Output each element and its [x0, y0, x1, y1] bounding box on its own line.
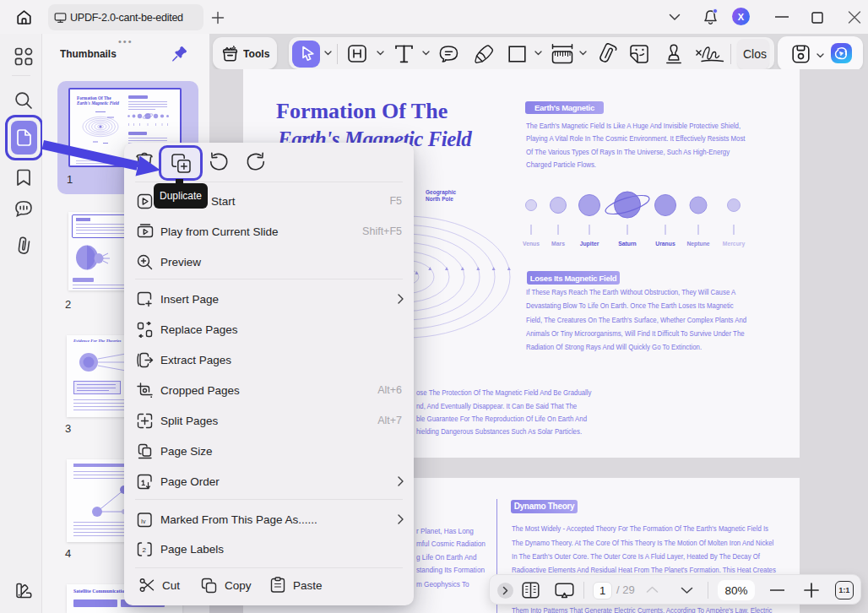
- svg-text:Jupiter: Jupiter: [580, 241, 599, 247]
- svg-text:Saturn: Saturn: [618, 241, 637, 247]
- svg-text:Venus: Venus: [523, 241, 540, 247]
- svg-text:Iv: Iv: [141, 518, 146, 524]
- svg-text:Mars: Mars: [551, 241, 565, 247]
- svg-text:Uranus: Uranus: [655, 241, 675, 247]
- svg-text:Mercury: Mercury: [723, 241, 746, 247]
- svg-text:2: 2: [143, 546, 147, 554]
- svg-text:Neptune: Neptune: [686, 241, 709, 247]
